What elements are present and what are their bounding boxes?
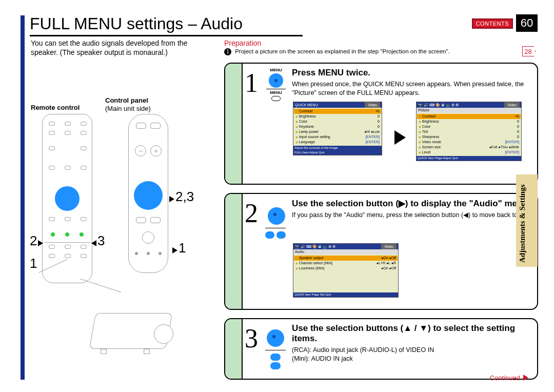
audio-menu-screenshot: 📷 🔊 ⌨ 🎨 🖥 📺 ⚙ ♻Video Audio Speaker outpu…: [293, 243, 399, 298]
step-number: 1: [245, 68, 258, 98]
control-panel-sublabel: (Main unit side): [105, 105, 151, 112]
step-body-line2: (Mini): AUDIO IN jack: [292, 355, 532, 363]
up-button-icon: [270, 354, 281, 361]
title-underline: [30, 35, 303, 36]
dpad-icon: [55, 186, 80, 211]
callout-2: 2: [30, 233, 37, 249]
arrow-right-icon: [394, 130, 406, 145]
dpad-icon: [267, 329, 284, 347]
leader-line: [80, 279, 121, 292]
right-button-icon: [276, 231, 286, 239]
menu-button-diagram: MENU MENU: [264, 68, 288, 102]
callout-1-left: 1: [30, 256, 37, 271]
step-2-box: 2 Use the selection button (▶) to displa…: [224, 193, 538, 310]
page-number: 60: [516, 14, 538, 32]
callout-2-3: 2,3: [175, 189, 194, 205]
page-reference-link[interactable]: 28: [522, 46, 536, 56]
dpad-diagram: [265, 328, 286, 369]
callout-1-right: 1: [179, 240, 186, 256]
arrow-icon: [38, 240, 43, 246]
arrow-icon: [172, 247, 177, 253]
down-button-icon: [270, 362, 281, 369]
step-accent: [225, 194, 243, 309]
section-tab-label: Adjustments & Settings: [518, 175, 527, 263]
step-accent: [225, 64, 243, 184]
step-title: Use the selection button (▶) to display …: [292, 198, 532, 209]
step-title: Use the selection buttons (▲ / ▼) to sel…: [292, 323, 532, 344]
menu-key-icon: [271, 96, 281, 101]
control-panel-label: Control panel: [105, 96, 148, 104]
arrow-icon: [169, 196, 174, 202]
preparation-body: Project a picture on the screen as expla…: [235, 48, 450, 54]
preparation-heading: Preparation: [224, 39, 261, 47]
contents-button[interactable]: CONTENTS: [472, 18, 513, 29]
control-panel-illustration: −+: [128, 114, 168, 273]
arrow-icon: [91, 240, 96, 246]
quick-menu-screenshot: QUICK MENUVideo Contrast+6 Brightness0 C…: [293, 102, 382, 155]
section-tab: Adjustments & Settings: [516, 174, 538, 267]
dpad-icon: [134, 181, 163, 210]
step-title: Press MENU twice.: [292, 68, 532, 78]
dpad-diagram: [265, 206, 288, 241]
page-title: FULL MENU settings – Audio: [30, 14, 243, 33]
intro-text: You can set the audio signals developed …: [31, 39, 205, 57]
step-body-line1: (RCA): Audio input jack (R-AUDIO-L) of V…: [292, 346, 532, 355]
bullet-number-icon: 1: [224, 48, 231, 55]
step-1-box: 1 MENU MENU Press MENU twice. When press…: [224, 63, 538, 185]
callout-3: 3: [97, 233, 105, 249]
preparation-text: 1 Project a picture on the screen as exp…: [224, 48, 450, 55]
step-3-box: 3 Use the selection buttons (▲ / ▼) to s…: [224, 318, 538, 380]
projector-illustration: [87, 303, 180, 359]
step-body: When pressed once, the QUICK MENU screen…: [292, 80, 532, 97]
continued-indicator: Continued: [490, 374, 528, 382]
step-number: 2: [245, 198, 258, 228]
remote-control-label: Remote control: [31, 104, 80, 111]
step-accent: [225, 319, 243, 379]
dpad-icon: [268, 207, 285, 225]
picture-menu-screenshot: 📷 🔊 ⌨ 🎨 🖥 📺 ⚙ ♻Video Picture Contrast+6 …: [416, 102, 522, 161]
menu-button-icon: [269, 73, 283, 88]
step-body: If you pass by the "Audio" menu, press t…: [292, 211, 532, 220]
remote-control-illustration: [42, 114, 92, 283]
step-number: 3: [245, 323, 258, 354]
left-button-icon: [265, 231, 274, 239]
left-accent-bar: [21, 15, 25, 380]
